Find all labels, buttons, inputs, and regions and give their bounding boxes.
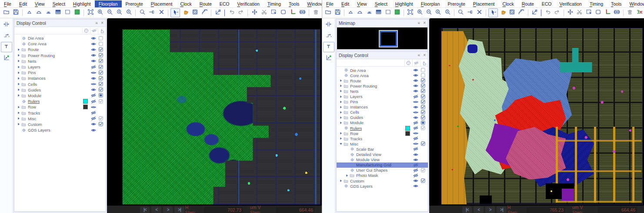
menu-preroute[interactable]: Preroute — [444, 0, 469, 7]
color-swatch-box[interactable] — [405, 126, 410, 131]
menu-edit[interactable]: Edit — [337, 0, 353, 7]
tree-item-module[interactable]: Module — [14, 93, 106, 98]
layer-checkbox-on[interactable] — [420, 83, 427, 88]
expander-collapsed-icon[interactable] — [16, 76, 21, 81]
layer-checkbox-on[interactable] — [420, 94, 427, 99]
text-tool-button[interactable] — [1, 42, 12, 52]
toolbar-delete-x-button[interactable] — [475, 9, 484, 17]
minimap-viewport-rect[interactable] — [379, 30, 398, 47]
toolbar-shape-arc2-button[interactable] — [365, 9, 374, 17]
toolbar-save-button[interactable] — [333, 9, 341, 17]
layer-checkbox-on[interactable] — [97, 76, 104, 81]
color-swatch[interactable] — [405, 131, 411, 136]
color-swatch[interactable] — [83, 105, 89, 109]
layer-checkbox-off[interactable] — [420, 68, 427, 73]
visibility-eye-on-icon[interactable] — [89, 58, 97, 64]
toolbar-l-ruler-button[interactable] — [288, 9, 297, 17]
visibility-eye-off-icon[interactable] — [89, 92, 97, 98]
toolbar-pointer-button[interactable] — [488, 8, 497, 17]
color-swatch[interactable] — [405, 126, 411, 131]
expander-expanded-icon[interactable] — [338, 142, 343, 146]
select-filter-icon[interactable] — [98, 27, 106, 34]
nav-last-button[interactable]: >| — [174, 206, 184, 213]
tree-item-route[interactable]: Route — [14, 47, 106, 52]
toolbar-rounded-rect-button[interactable] — [279, 9, 287, 17]
menu-clock[interactable]: Clock — [498, 0, 517, 7]
expander-collapsed-icon[interactable] — [16, 47, 21, 52]
close-panel-button[interactable]: × — [101, 20, 103, 26]
menu-highlight[interactable]: Highlight — [69, 0, 95, 7]
layer-checkbox-on[interactable] — [97, 53, 104, 58]
menu-edit[interactable]: Edit — [15, 0, 31, 7]
nav-prev-button[interactable]: < — [151, 206, 161, 213]
toolbar-shape-arc-button[interactable] — [356, 9, 364, 17]
toolbar-ruler-steps-button[interactable] — [517, 9, 525, 17]
toolbar-redo-button[interactable] — [237, 9, 245, 17]
toolbar-grid-table-button[interactable] — [53, 9, 62, 17]
menu-file[interactable]: File — [322, 0, 337, 7]
layer-checkbox-gray[interactable] — [420, 125, 427, 131]
layer-checkbox-on[interactable] — [420, 110, 427, 115]
toolbar-shape-tri-button[interactable] — [347, 9, 355, 17]
menu-file[interactable]: File — [0, 0, 15, 7]
toolbar-save-button[interactable] — [11, 9, 20, 17]
visibility-eye-on-icon[interactable] — [89, 121, 97, 127]
close-panel-button[interactable]: × — [423, 20, 426, 26]
toolbar-green-fill-button[interactable] — [73, 9, 81, 17]
toolbar-green-fill-button[interactable] — [393, 9, 401, 17]
layer-checkbox-on[interactable] — [420, 141, 427, 146]
menu-floorplan[interactable]: Floorplan — [417, 0, 444, 7]
menu-tools[interactable]: Tools — [607, 0, 626, 7]
toolbar-rounded-rect-button[interactable] — [594, 9, 602, 17]
visibility-eye-on-icon[interactable] — [89, 127, 97, 133]
layer-checkbox-off[interactable] — [420, 73, 427, 78]
visibility-filter-icon[interactable] — [90, 27, 98, 34]
text-tool-button[interactable] — [323, 42, 334, 52]
expander-collapsed-icon[interactable] — [16, 122, 21, 126]
tree-item-tracks[interactable]: Tracks — [14, 110, 106, 115]
layer-checkbox-on[interactable] — [97, 122, 104, 127]
expander-collapsed-icon[interactable] — [338, 105, 343, 109]
tree-item-cells[interactable]: Cells — [14, 81, 106, 87]
toolbar-zoom-sel-button[interactable] — [457, 9, 465, 17]
toolbar-pattern-box-button[interactable] — [508, 9, 516, 17]
visibility-eye-on-icon[interactable] — [89, 35, 97, 41]
toolbar-zoom-out-button[interactable] — [425, 9, 433, 17]
layer-checkbox-off[interactable] — [97, 36, 104, 41]
expander-collapsed-icon[interactable] — [338, 110, 343, 115]
toolbar-zoom-fwd-button[interactable] — [444, 9, 452, 17]
tree-item-pins[interactable]: Pins — [14, 70, 106, 75]
color-swatch-box[interactable] — [83, 99, 88, 104]
color-swatch-box[interactable] — [83, 105, 88, 109]
color-filter-icon[interactable] — [404, 60, 412, 66]
tree-item-misc[interactable]: Misc — [14, 116, 106, 122]
layer-checkbox-on[interactable] — [97, 64, 104, 70]
menu-verification[interactable]: Verification — [556, 0, 586, 7]
color-filter-icon[interactable] — [82, 27, 90, 34]
visibility-eye-on-icon[interactable] — [89, 47, 97, 53]
expander-collapsed-icon[interactable] — [16, 65, 21, 69]
layer-checkbox-on[interactable] — [97, 81, 104, 87]
toolbar-ruler-steps-button[interactable] — [200, 9, 209, 17]
layer-checkbox-on[interactable] — [420, 178, 427, 183]
toolbar-zoom-back-button[interactable] — [434, 9, 442, 17]
menu-windows[interactable]: Windows — [304, 0, 322, 7]
tree-item-guides[interactable]: Guides — [14, 87, 106, 93]
menu-highlight[interactable]: Highlight — [391, 0, 417, 7]
tree-item-custom[interactable]: Custom — [14, 122, 106, 127]
expander-collapsed-icon[interactable] — [338, 95, 343, 99]
layer-checkbox-on[interactable] — [97, 58, 104, 64]
menu-select[interactable]: Select — [49, 0, 69, 7]
axes-tool-button[interactable] — [1, 54, 12, 63]
expander-collapsed-icon[interactable] — [338, 131, 343, 135]
layer-checkbox-partial[interactable] — [420, 120, 427, 125]
tree-item-power-routing[interactable]: Power Routing — [14, 53, 106, 58]
toolbar-measure-diag-button[interactable] — [214, 9, 222, 17]
layer-checkbox-on[interactable] — [420, 88, 427, 94]
tree-item-layers[interactable]: Layers — [14, 64, 106, 70]
menu-placement[interactable]: Placement — [469, 0, 499, 7]
visibility-eye-off-icon[interactable] — [89, 98, 97, 105]
toolbar-delete-x-button[interactable] — [157, 9, 166, 17]
toolbar-grid-table-button[interactable] — [374, 9, 383, 17]
collapse-panel-button[interactable]: « — [96, 20, 98, 26]
